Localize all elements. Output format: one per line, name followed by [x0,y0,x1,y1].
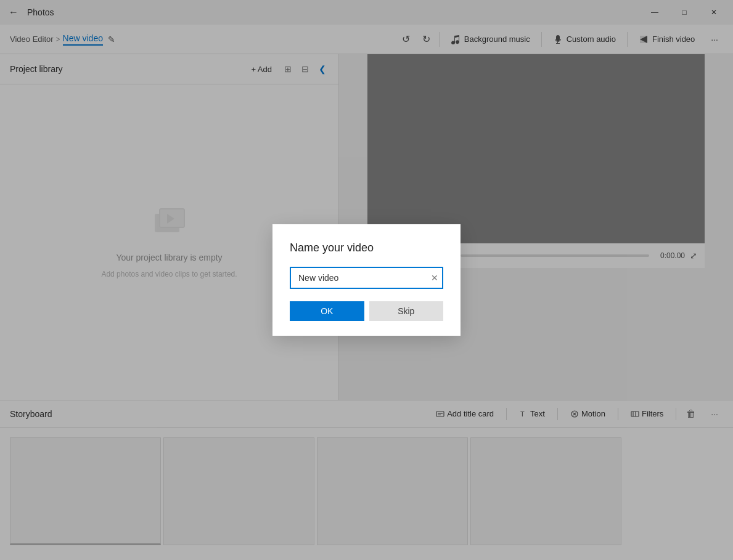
skip-button[interactable]: Skip [369,301,444,321]
video-name-input[interactable] [290,267,443,289]
name-video-modal: Name your video ✕ OK Skip [272,224,461,336]
modal-buttons: OK Skip [290,301,443,321]
modal-overlay: Name your video ✕ OK Skip [0,0,733,560]
modal-input-wrapper: ✕ [290,267,443,289]
modal-title: Name your video [290,241,443,254]
ok-button[interactable]: OK [290,301,364,321]
clear-input-button[interactable]: ✕ [431,273,438,283]
